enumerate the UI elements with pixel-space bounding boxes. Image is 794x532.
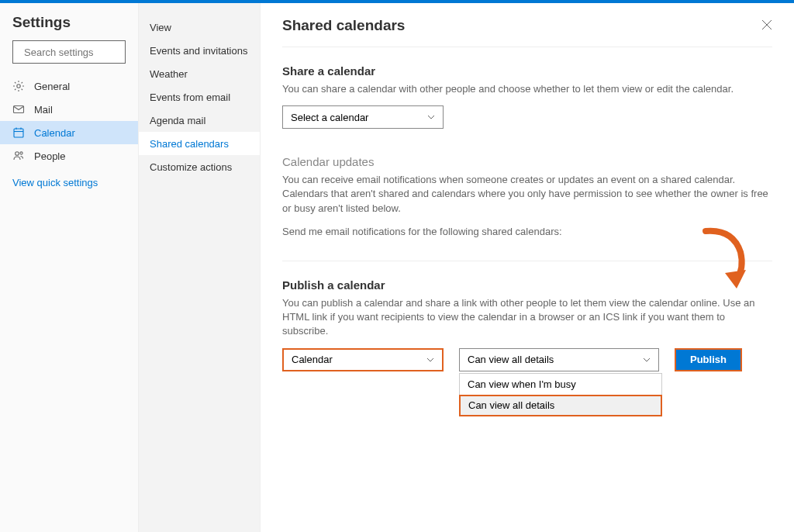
calendar-icon <box>12 126 25 139</box>
svg-point-2 <box>17 85 20 88</box>
chevron-down-icon <box>427 113 435 121</box>
svg-point-9 <box>20 152 22 154</box>
nav-mail[interactable]: Mail <box>0 98 138 121</box>
nav-general[interactable]: General <box>0 74 138 98</box>
share-title: Share a calendar <box>282 64 772 78</box>
subnav-shared-calendars[interactable]: Shared calendars <box>139 132 260 155</box>
subnav-customize-actions[interactable]: Customize actions <box>139 155 260 178</box>
subnav-events-invitations[interactable]: Events and invitations <box>139 39 260 62</box>
people-icon <box>12 150 25 162</box>
updates-title: Calendar updates <box>282 155 772 168</box>
subnav-events-from-email[interactable]: Events from email <box>139 85 260 109</box>
publish-calendar-dropdown[interactable]: Calendar <box>282 348 444 371</box>
svg-point-8 <box>16 152 19 156</box>
chevron-down-icon <box>643 356 651 364</box>
mail-icon <box>12 103 25 116</box>
subnav-weather[interactable]: Weather <box>139 62 260 85</box>
settings-sidebar: Settings General Mail Calendar People Vi… <box>0 3 138 532</box>
main-title: Shared calendars <box>282 17 405 34</box>
main-panel: Shared calendars Share a calendar You ca… <box>261 3 794 532</box>
close-icon <box>761 19 772 30</box>
select-calendar-dropdown[interactable]: Select a calendar <box>282 105 444 129</box>
gear-icon <box>12 80 25 92</box>
search-input[interactable] <box>24 47 154 58</box>
permission-option-all-details[interactable]: Can view all details <box>459 395 662 416</box>
updates-desc: You can receive email notifications when… <box>282 173 772 216</box>
arrow-icon <box>698 225 751 295</box>
publish-desc: You can publish a calendar and share a l… <box>282 296 772 339</box>
view-quick-settings-link[interactable]: View quick settings <box>0 168 138 198</box>
calendar-subnav: View Events and invitations Weather Even… <box>138 3 261 532</box>
close-button[interactable] <box>761 18 772 34</box>
chevron-down-icon <box>426 356 434 364</box>
share-desc: You can share a calendar with other peop… <box>282 82 772 96</box>
page-title: Settings <box>0 11 138 40</box>
nav-people[interactable]: People <box>0 144 138 168</box>
subnav-agenda-mail[interactable]: Agenda mail <box>139 109 260 132</box>
nav-calendar[interactable]: Calendar <box>0 121 138 144</box>
permission-dropdown-list: Can view when I'm busy Can view all deta… <box>459 373 662 416</box>
permission-option-busy[interactable]: Can view when I'm busy <box>460 374 661 396</box>
search-settings[interactable] <box>12 40 126 64</box>
publish-button[interactable]: Publish <box>675 348 742 371</box>
annotation-arrow <box>698 225 751 295</box>
svg-rect-4 <box>14 129 23 137</box>
publish-permission-dropdown[interactable]: Can view all details <box>459 348 659 371</box>
subnav-view[interactable]: View <box>139 16 260 39</box>
